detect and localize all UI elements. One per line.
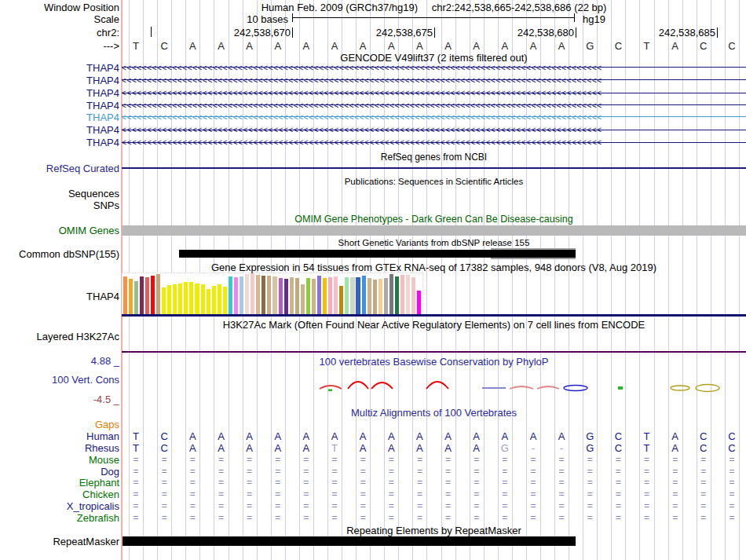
- common-dbsnp-label[interactable]: Common dbSNP(155): [19, 248, 119, 260]
- gtex-tissue-bar[interactable]: [295, 278, 299, 314]
- gencode-transcript-line[interactable]: <<<<<<<<<<<<<<<<<<<<<<<<<<<<<<<<<<<<<<<<…: [122, 112, 746, 123]
- gtex-tissue-bar[interactable]: [134, 281, 138, 314]
- omim-gene-bar[interactable]: [122, 225, 746, 236]
- gtex-tissue-bar[interactable]: [317, 276, 321, 314]
- gencode-transcript-line[interactable]: <<<<<<<<<<<<<<<<<<<<<<<<<<<<<<<<<<<<<<<<…: [122, 100, 746, 112]
- scale-bar-line: [292, 17, 575, 18]
- gtex-tissue-bar[interactable]: [284, 279, 288, 314]
- multiz-species-label[interactable]: X_tropicalis: [67, 500, 119, 512]
- gtex-gene-label[interactable]: THAP4: [86, 291, 119, 302]
- layered-h3k27ac-label[interactable]: Layered H3K27Ac: [36, 331, 119, 342]
- gtex-tissue-bar[interactable]: [406, 275, 410, 314]
- gtex-tissue-bar[interactable]: [356, 277, 360, 314]
- gtex-tissue-bar[interactable]: [417, 291, 421, 314]
- gtex-tissue-bar[interactable]: [345, 277, 349, 314]
- gtex-tissue-bar[interactable]: [334, 276, 338, 314]
- gtex-tissue-bar[interactable]: [306, 278, 310, 314]
- gencode-gene-label[interactable]: THAP4: [86, 100, 119, 112]
- multiz-species-label[interactable]: Rhesus: [85, 442, 119, 454]
- refseq-curated-label[interactable]: RefSeq Curated: [46, 163, 119, 174]
- gtex-tissue-bar[interactable]: [223, 287, 227, 314]
- multiz-species-label[interactable]: Dog: [101, 466, 119, 478]
- gtex-tissue-bar[interactable]: [167, 285, 171, 314]
- gtex-tissue-bar[interactable]: [328, 277, 332, 314]
- gtex-tissue-bar[interactable]: [279, 278, 283, 314]
- gtex-tissue-bar[interactable]: [339, 286, 343, 314]
- gtex-tissue-bar[interactable]: [195, 284, 199, 315]
- gtex-tissue-bar[interactable]: [201, 284, 205, 314]
- gencode-gene-label[interactable]: THAP4: [86, 87, 119, 99]
- gtex-tissue-bar[interactable]: [234, 277, 238, 314]
- multiz-species-label[interactable]: Zebrafish: [77, 512, 119, 524]
- gtex-tissue-bar[interactable]: [373, 280, 377, 314]
- gtex-tissue-bar[interactable]: [240, 276, 243, 314]
- gtex-tissue-bar[interactable]: [123, 276, 127, 314]
- gtex-tissue-bar[interactable]: [173, 284, 177, 315]
- gtex-tissue-bar[interactable]: [261, 276, 265, 314]
- gtex-tissue-bar[interactable]: [323, 278, 327, 314]
- dbsnp-variant-black-bar[interactable]: [179, 250, 576, 258]
- gtex-tissue-bar[interactable]: [411, 277, 415, 314]
- gtex-tissue-bar[interactable]: [184, 282, 188, 314]
- gencode-transcript-line[interactable]: <<<<<<<<<<<<<<<<<<<<<<<<<<<<<<<<<<<<<<<<…: [122, 87, 746, 99]
- gtex-tissue-bar[interactable]: [229, 276, 232, 314]
- gencode-transcript-line[interactable]: <<<<<<<<<<<<<<<<<<<<<<<<<<<<<<<<<<<<<<<<…: [122, 137, 746, 148]
- publications-track-title: Publications: Sequences in Scientific Ar…: [122, 177, 746, 186]
- gtex-tissue-bar[interactable]: [362, 276, 366, 314]
- gencode-gene-label[interactable]: THAP4: [86, 75, 119, 86]
- gtex-tissue-bar[interactable]: [250, 273, 254, 314]
- alignment-match-mark: =: [559, 477, 565, 488]
- gtex-tissue-bar[interactable]: [350, 277, 354, 314]
- gencode-gene-label[interactable]: THAP4: [86, 112, 119, 123]
- alignment-match-mark: =: [474, 500, 479, 511]
- multiz-species-label[interactable]: Elephant: [79, 477, 119, 489]
- alignment-match-mark: =: [502, 512, 507, 523]
- repeatmasker-label[interactable]: RepeatMasker: [53, 536, 119, 547]
- gtex-tissue-bar[interactable]: [145, 277, 149, 314]
- gtex-tissue-bar[interactable]: [395, 276, 399, 314]
- gtex-tissue-bar[interactable]: [378, 279, 382, 314]
- gtex-tissue-bar[interactable]: [189, 282, 193, 314]
- ruler-tick: [151, 27, 152, 37]
- gencode-transcript-line[interactable]: <<<<<<<<<<<<<<<<<<<<<<<<<<<<<<<<<<<<<<<<…: [122, 124, 746, 136]
- multiz-species-label[interactable]: Gaps: [95, 419, 119, 430]
- phylop-conservation-plot[interactable]: [122, 375, 746, 399]
- gtex-tissue-bar[interactable]: [256, 275, 260, 314]
- omim-genes-label[interactable]: OMIM Genes: [59, 225, 119, 236]
- gtex-tissue-bar[interactable]: [301, 284, 305, 314]
- gencode-gene-label[interactable]: THAP4: [86, 62, 119, 74]
- gtex-tissue-bar[interactable]: [384, 278, 388, 314]
- gencode-gene-label[interactable]: THAP4: [86, 124, 119, 136]
- gencode-transcript-line[interactable]: <<<<<<<<<<<<<<<<<<<<<<<<<<<<<<<<<<<<<<<<…: [122, 75, 746, 86]
- vert-cons-label[interactable]: 100 Vert. Cons: [52, 374, 119, 386]
- gtex-tissue-bar[interactable]: [129, 279, 133, 314]
- gtex-tissue-bar[interactable]: [312, 279, 316, 314]
- refseq-gene-line[interactable]: [122, 167, 746, 169]
- alignment-match-mark: =: [389, 489, 394, 500]
- snps-label[interactable]: SNPs: [93, 199, 119, 211]
- gtex-tissue-bar[interactable]: [207, 289, 210, 314]
- gencode-gene-label[interactable]: THAP4: [86, 137, 119, 148]
- gencode-transcript-line[interactable]: <<<<<<<<<<<<<<<<<<<<<<<<<<<<<<<<<<<<<<<<…: [122, 62, 746, 74]
- gtex-tissue-bar[interactable]: [212, 286, 216, 314]
- gtex-tissue-bar[interactable]: [151, 276, 155, 314]
- gtex-tissue-bar[interactable]: [389, 274, 393, 315]
- gtex-tissue-bar[interactable]: [156, 274, 160, 314]
- gtex-tissue-bar[interactable]: [140, 276, 144, 314]
- gtex-tissue-bar[interactable]: [400, 275, 404, 314]
- alignment-match-mark: =: [474, 466, 479, 477]
- multiz-species-label[interactable]: Human: [86, 430, 119, 442]
- multiz-species-label[interactable]: Mouse: [89, 454, 119, 466]
- gtex-tissue-bar[interactable]: [178, 284, 182, 315]
- multiz-species-label[interactable]: Chicken: [82, 489, 119, 500]
- gtex-tissue-bar[interactable]: [368, 278, 371, 314]
- alignment-match-mark: =: [190, 512, 196, 523]
- gtex-tissue-bar[interactable]: [218, 284, 221, 315]
- gtex-tissue-bar[interactable]: [162, 287, 166, 314]
- sequences-label[interactable]: Sequences: [68, 188, 119, 199]
- repeatmasker-element-bar[interactable]: [123, 536, 576, 546]
- gtex-tissue-bar[interactable]: [245, 274, 249, 314]
- gtex-tissue-bar[interactable]: [272, 276, 276, 314]
- gtex-tissue-bar[interactable]: [290, 277, 294, 314]
- gtex-tissue-bar[interactable]: [267, 276, 271, 314]
